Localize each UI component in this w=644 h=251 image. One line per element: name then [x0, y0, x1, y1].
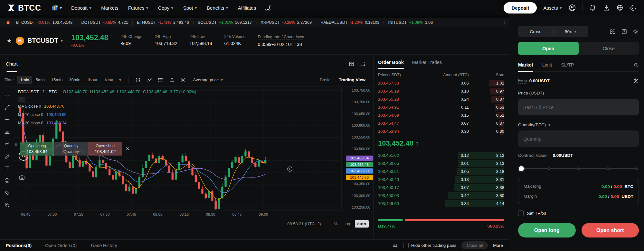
- order-tab-sl-tp[interactable]: SL/TP: [561, 62, 574, 71]
- order-tab-market[interactable]: Market: [518, 62, 533, 71]
- quantity-slider[interactable]: [519, 166, 638, 171]
- close-all-button[interactable]: Close all: [461, 241, 488, 249]
- zoom-icon[interactable]: [3, 201, 11, 209]
- slider-tick[interactable]: [635, 167, 638, 170]
- ticker-item-xrpusdt[interactable]: XRPUSDT-0.26%2.37369: [260, 20, 312, 25]
- nav-item-copy[interactable]: Copy▾: [158, 5, 174, 11]
- settings-gear-icon[interactable]: [633, 29, 639, 35]
- positions-tab-trade-history[interactable]: Trade History: [90, 243, 117, 248]
- scale-auto[interactable]: auto: [355, 220, 369, 228]
- hide-pairs-checkbox[interactable]: [403, 243, 409, 248]
- order-book-row[interactable]: 103,455.280.240.87: [374, 95, 509, 103]
- layout-grid-icon[interactable]: [349, 61, 354, 67]
- order-book-row[interactable]: 103,457.330.051.02: [374, 79, 509, 87]
- calculator-help-icon[interactable]: ?: [621, 29, 627, 35]
- chart-tab[interactable]: Chart: [5, 55, 19, 72]
- open-long-button[interactable]: Open long: [518, 223, 576, 238]
- info-circle-icon[interactable]: [634, 63, 639, 71]
- ticker-item-ethusdt[interactable]: ETHUSDT-1.73%2,493.46: [137, 20, 189, 25]
- ticker-item-btcusdt[interactable]: BTCUSDT-0.01%103,452.48: [16, 20, 72, 25]
- ticker-item-solusdt[interactable]: SOLUSDT+1.01%169.1217: [198, 20, 252, 25]
- order-book-row[interactable]: 103,450.030.423.80: [374, 192, 509, 200]
- overlay-quantity-field[interactable]: Quantity Quantity: [54, 142, 88, 156]
- order-book-row[interactable]: 103,453.940.300.30: [374, 127, 509, 135]
- price-axis[interactable]: 103,750.00103,700.00103,650.00103,600.00…: [341, 87, 374, 211]
- text-icon[interactable]: [3, 165, 11, 172]
- pattern-icon[interactable]: [3, 140, 11, 148]
- favorite-star-icon[interactable]: ★: [6, 37, 12, 44]
- emoji-icon[interactable]: [3, 177, 11, 184]
- nav-item-affiliates[interactable]: Affiliates: [238, 5, 256, 11]
- measure-icon[interactable]: [3, 189, 11, 197]
- slider-tick[interactable]: [548, 167, 550, 170]
- trendline-icon[interactable]: [3, 103, 11, 111]
- leverage-selector[interactable]: 50x ▼: [554, 29, 589, 34]
- nav-item-spot[interactable]: Spot▾: [183, 5, 197, 11]
- order-book-row[interactable]: 103,450.170.073.38: [374, 184, 509, 192]
- positions-tab-open-orders-0-[interactable]: Open Orders(0): [45, 243, 77, 248]
- overlay-close-icon[interactable]: ✕: [126, 146, 130, 152]
- order-book-row[interactable]: 103,451.023.123.12: [374, 151, 509, 159]
- tpsl-checkbox[interactable]: [518, 211, 524, 216]
- legend-collapse-button[interactable]: ⌃: [18, 97, 25, 102]
- average-price-dropdown[interactable]: Average price ▾: [193, 77, 223, 82]
- gift-promo-button[interactable]: ▾: [51, 4, 62, 11]
- side-tab-close[interactable]: Close: [579, 42, 639, 55]
- timeframe-5min[interactable]: 5min: [33, 76, 48, 84]
- dark-mode-moon-icon[interactable]: [630, 4, 637, 11]
- slider-tick[interactable]: [577, 167, 580, 170]
- pair-selector-chevron-icon[interactable]: ▾: [61, 38, 63, 43]
- overlay-open-short-button[interactable]: Open short 103,451.02: [88, 142, 122, 156]
- indicator-list-icon[interactable]: [155, 77, 166, 83]
- nav-item-markets[interactable]: Markets: [101, 5, 118, 11]
- order-book-row[interactable]: 103,450.510.053.18: [374, 167, 509, 175]
- order-book-row[interactable]: 103,449.600.344.14: [374, 200, 509, 208]
- timeframe-15min[interactable]: 15min: [48, 76, 65, 84]
- order-book-row[interactable]: 103,450.400.133.31: [374, 175, 509, 184]
- chevron-down-icon[interactable]: ▼: [548, 123, 551, 127]
- set-tpsl-row[interactable]: Set TP/SL: [518, 211, 639, 216]
- scale-log[interactable]: log: [342, 220, 353, 228]
- horizontal-line-icon[interactable]: [3, 116, 11, 123]
- nav-item-benefits[interactable]: Benefits▾: [207, 5, 228, 11]
- sort-filter-icon[interactable]: [392, 243, 398, 248]
- margin-mode[interactable]: Cross: [518, 29, 553, 34]
- language-globe-icon[interactable]: [616, 4, 623, 11]
- ticker-item-haedalusdt[interactable]: HAEDALUSDT-1.20%0.13103: [320, 20, 379, 25]
- account-avatar-icon[interactable]: [568, 4, 576, 12]
- order-book-mid-price[interactable]: 103,452.48 ↑: [374, 135, 509, 151]
- timeframe-1min[interactable]: 1min: [17, 76, 32, 84]
- slider-tick[interactable]: [607, 167, 609, 170]
- crosshair-icon[interactable]: [3, 91, 11, 99]
- chart-clock[interactable]: 08:58:21 (UTC+2): [287, 221, 321, 226]
- adjust-balance-icon[interactable]: [633, 78, 639, 84]
- ticker-item-initusdt[interactable]: INITUSDT+1.08%1.06: [388, 20, 433, 25]
- view-tab-basic[interactable]: Basic: [320, 77, 330, 82]
- chart-snapshot-icon[interactable]: [19, 174, 25, 181]
- order-book-row[interactable]: 103,454.910.110.63: [374, 103, 509, 111]
- view-tab-trading-view[interactable]: Trading View: [339, 77, 365, 82]
- open-short-button[interactable]: Open short: [582, 223, 639, 238]
- time-axis[interactable]: 06:4507:0007:1507:3007:4508:0008:1508:30…: [14, 211, 341, 218]
- fullscreen-expand-icon[interactable]: [360, 61, 365, 67]
- side-tab-open[interactable]: Open: [518, 42, 579, 55]
- slider-handle[interactable]: [519, 166, 524, 171]
- ticker-item-dotusdt[interactable]: DOTUSDT-0.65%4.721: [81, 20, 128, 25]
- settings-icon[interactable]: [177, 77, 189, 83]
- order-book-tab-market-trades[interactable]: Market Trades: [412, 60, 442, 69]
- more-timeframes-chevron-icon[interactable]: ▾: [116, 77, 124, 82]
- overlay-open-long-button[interactable]: Open long 103,453.94: [20, 142, 54, 156]
- nav-item-deposit[interactable]: Deposit▾: [71, 5, 91, 11]
- scroll-to-realtime-icon[interactable]: [287, 166, 293, 172]
- order-book-row[interactable]: 103,450.650.013.13: [374, 159, 509, 167]
- order-book-row[interactable]: 103,454.690.150.52: [374, 111, 509, 119]
- positions-tab-positions-0-[interactable]: Positions(0): [6, 243, 32, 248]
- scale-[interactable]: %: [331, 220, 340, 228]
- order-book-row[interactable]: 103,454.470.070.37: [374, 119, 509, 127]
- fib-icon[interactable]: [3, 128, 11, 136]
- order-book-tab-order-book[interactable]: Order Book: [378, 60, 404, 69]
- assets-menu[interactable]: Assets ▾: [543, 5, 562, 11]
- notifications-bell-icon[interactable]: [589, 4, 596, 11]
- margin-leverage-selector[interactable]: Cross 50x ▼: [518, 26, 588, 37]
- deposit-button[interactable]: Deposit: [504, 2, 537, 13]
